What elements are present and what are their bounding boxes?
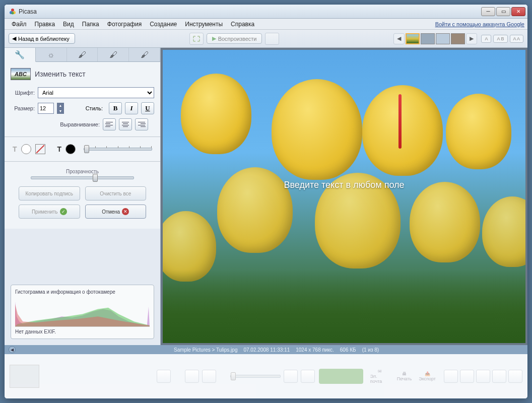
- fill-color-none[interactable]: [35, 144, 45, 154]
- tag-button[interactable]: [444, 370, 458, 383]
- panel-title: Изменить текст: [35, 70, 86, 78]
- rotate-right-button[interactable]: [202, 370, 216, 383]
- status-path: Sample Pictures > Tulips.jpg: [174, 347, 237, 353]
- transparency-label: Прозрачность: [11, 169, 154, 174]
- size-label: Размер:: [11, 105, 35, 111]
- menu-help[interactable]: Справка: [227, 20, 258, 29]
- brush-icon: 🖌: [78, 50, 86, 59]
- app-icon: [9, 8, 17, 16]
- info-button[interactable]: [508, 370, 522, 383]
- align-label: Выравнивание:: [60, 121, 100, 127]
- tab-brush3[interactable]: 🖌: [129, 48, 160, 61]
- rotate-left-button[interactable]: [185, 370, 199, 383]
- export-button[interactable]: 📤Экспорт: [419, 371, 436, 381]
- tab-brush2[interactable]: 🖌: [98, 48, 129, 61]
- menu-photo[interactable]: Фотография: [103, 20, 146, 29]
- tab-light[interactable]: ☼: [36, 48, 67, 61]
- people-button[interactable]: [460, 370, 474, 383]
- brush-icon: 🖌: [109, 50, 117, 59]
- titlebar: Picasa ─ ▭ ✕: [5, 5, 527, 19]
- thumbnail-3[interactable]: [436, 33, 450, 44]
- trash-button[interactable]: [492, 370, 506, 383]
- font-select[interactable]: Arial: [38, 87, 154, 98]
- thumbnail-2[interactable]: [421, 33, 435, 44]
- status-count: (1 из 8): [362, 347, 379, 353]
- outline-color-swatch[interactable]: [65, 144, 76, 154]
- slider-thumb[interactable]: [93, 174, 98, 182]
- menu-file[interactable]: Файл: [8, 20, 31, 29]
- status-dims: 1024 x 768 пикс.: [296, 347, 334, 353]
- italic-button[interactable]: I: [125, 102, 138, 114]
- tab-brush1[interactable]: 🖌: [67, 48, 98, 61]
- histogram-graph: [15, 297, 150, 327]
- align-center-button[interactable]: [119, 118, 132, 130]
- thumbnail-strip: ◀ ▶: [393, 33, 477, 44]
- email-icon: ✉: [378, 369, 382, 374]
- actual-button[interactable]: [301, 370, 315, 383]
- abc-icon: ABC: [11, 68, 31, 80]
- tray-thumbnail[interactable]: [10, 365, 39, 388]
- maximize-button[interactable]: ▭: [496, 7, 510, 16]
- clear-all-button[interactable]: Очистить все: [85, 186, 147, 200]
- apply-button[interactable]: Применить✓: [19, 205, 80, 219]
- text-edit-panel: ABC Изменить текст Шрифт: Arial Размер: …: [5, 62, 160, 229]
- align-right-button[interactable]: [135, 118, 148, 130]
- toolbar: ◀ Назад в библиотеку ▶ Воспроизвести ◀ ▶…: [5, 30, 527, 48]
- fill-color-swatch[interactable]: [21, 144, 31, 154]
- status-size: 606 КБ: [340, 347, 356, 353]
- tab-strip: 🔧 ☼ 🖌 🖌 🖌: [5, 48, 160, 62]
- slider-thumb[interactable]: [84, 145, 89, 153]
- cancel-button[interactable]: Отмена✕: [85, 205, 147, 219]
- google-login-link[interactable]: Войти с помощью аккаунта Google: [435, 21, 524, 27]
- size-spinner[interactable]: ▲▼: [57, 103, 64, 114]
- print-button[interactable]: 🖶Печать: [397, 371, 412, 381]
- tool-button-2[interactable]: [265, 33, 279, 45]
- image-canvas[interactable]: Введите текст в любом поле: [163, 50, 525, 343]
- play-button[interactable]: ▶ Воспроизвести: [207, 33, 262, 44]
- share-button[interactable]: [319, 369, 363, 384]
- rating-aa[interactable]: A A: [510, 35, 524, 43]
- svg-point-0: [11, 9, 14, 12]
- star-button[interactable]: [157, 370, 171, 383]
- close-button[interactable]: ✕: [511, 7, 525, 16]
- menubar: Файл Правка Вид Папка Фотография Создани…: [5, 19, 527, 30]
- menu-tools[interactable]: Инструменты: [181, 20, 227, 29]
- menu-folder[interactable]: Папка: [78, 20, 103, 29]
- collapse-button[interactable]: ◀: [9, 346, 16, 353]
- back-to-library-button[interactable]: ◀ Назад в библиотеку: [9, 33, 75, 44]
- corners-icon: [192, 35, 201, 42]
- menu-view[interactable]: Вид: [59, 20, 78, 29]
- status-date: 07.02.2008 11:33:11: [243, 347, 290, 353]
- image-viewer: Введите текст в любом поле: [161, 48, 527, 345]
- rating-a[interactable]: A: [481, 35, 491, 43]
- thumbnail-1[interactable]: [406, 33, 420, 44]
- transparency-slider[interactable]: [31, 176, 134, 179]
- thumbnail-4[interactable]: [451, 33, 465, 44]
- bold-button[interactable]: B: [109, 102, 122, 114]
- align-left-button[interactable]: [103, 118, 116, 130]
- geo-button[interactable]: [476, 370, 490, 383]
- copy-caption-button[interactable]: Копировать подпись: [19, 186, 80, 200]
- rating-ab[interactable]: A B: [493, 35, 507, 43]
- fill-color-t: T: [13, 145, 17, 153]
- fit-button[interactable]: [284, 370, 298, 383]
- menu-create[interactable]: Создание: [146, 20, 181, 29]
- brush-icon: 🖌: [141, 50, 149, 59]
- email-button[interactable]: ✉Эл. почта: [370, 369, 390, 384]
- svg-point-3: [12, 12, 14, 14]
- prev-thumb-button[interactable]: ◀: [393, 33, 405, 44]
- menu-edit[interactable]: Правка: [31, 20, 59, 29]
- play-icon: ▶: [212, 35, 216, 42]
- histogram-panel: Гистограмма и информация о фотокамере Не…: [11, 285, 154, 339]
- next-thumb-button[interactable]: ▶: [466, 33, 477, 44]
- print-icon: 🖶: [402, 371, 407, 376]
- outline-width-slider[interactable]: [84, 148, 152, 151]
- size-input[interactable]: [38, 103, 54, 114]
- export-icon: 📤: [425, 371, 430, 376]
- minimize-button[interactable]: ─: [481, 7, 495, 16]
- tab-wrench[interactable]: 🔧: [5, 48, 36, 62]
- text-overlay-placeholder[interactable]: Введите текст в любом поле: [284, 179, 404, 190]
- zoom-slider[interactable]: [230, 375, 281, 378]
- underline-button[interactable]: U: [141, 102, 154, 114]
- tool-button-1[interactable]: [189, 33, 204, 45]
